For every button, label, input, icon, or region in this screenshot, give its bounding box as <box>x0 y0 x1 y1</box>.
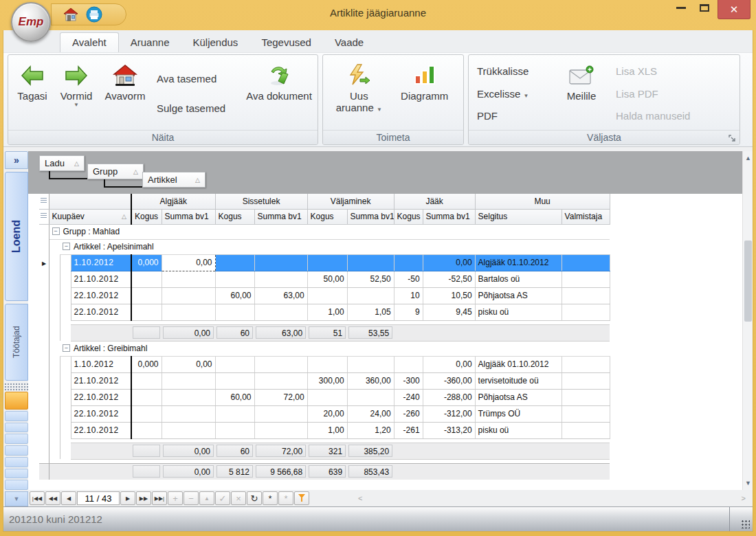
cell-s2[interactable]: 63,00 <box>254 287 307 304</box>
cell-s2[interactable] <box>254 271 307 287</box>
cell-s3[interactable]: 360,00 <box>347 372 394 389</box>
vormid-button[interactable]: Vormid ▼ <box>54 57 99 130</box>
ava-tasemed-button[interactable]: Ava tasemed <box>151 70 246 87</box>
group-row-artikkel[interactable]: −Artikkel : Greibimahl <box>39 341 610 356</box>
cell-k2[interactable] <box>215 405 254 422</box>
cell-k3[interactable]: 1,00 <box>307 422 347 438</box>
cell-k4[interactable]: 9 <box>394 304 423 320</box>
cell-s4[interactable]: 0,00 <box>423 254 475 271</box>
cell-s3[interactable] <box>347 254 394 271</box>
grid-data-row[interactable]: 21.10.2012300,00360,00-300-360,00tervise… <box>39 372 610 389</box>
cell-k2[interactable]: 60,00 <box>215 287 254 304</box>
column-header-kogus[interactable]: Kogus <box>307 209 347 224</box>
grid-data-row[interactable]: 1.10.20120,0000,000,00Algjääk 01.10.2012 <box>39 356 610 372</box>
grid-data-row[interactable]: ▶1.10.20120,0000,000,00Algjääk 01.10.201… <box>39 254 610 271</box>
cell-kuupaev[interactable]: 21.10.2012 <box>71 372 131 389</box>
cell-kuupaev[interactable]: 22.10.2012 <box>71 422 131 438</box>
dialog-launcher-icon[interactable] <box>728 133 737 142</box>
band-header[interactable]: Jääk <box>394 194 475 209</box>
cell-s1[interactable] <box>162 287 215 304</box>
cell-s3[interactable] <box>347 287 394 304</box>
uus-aruanne-button[interactable]: Uusaruanne ▼ <box>329 57 388 130</box>
sulge-tasemed-button[interactable]: Sulge tasemed <box>151 100 246 117</box>
grid-data-row[interactable]: 21.10.201250,0052,50-50-52,50Bartalos oü <box>39 271 610 287</box>
column-header-summa[interactable]: Summa bv1 <box>162 209 215 224</box>
nav-filter[interactable] <box>294 491 309 505</box>
scroll-right-icon[interactable]: > <box>742 494 746 502</box>
cell-k3[interactable] <box>307 389 347 405</box>
column-header-summa[interactable]: Summa bv1 <box>423 209 475 224</box>
cell-s1[interactable] <box>162 389 215 405</box>
column-header-kuupaev[interactable]: Kuupäev△ <box>49 209 131 224</box>
cell-sel[interactable]: tervisetoitude oü <box>475 372 562 389</box>
scroll-left-icon[interactable]: < <box>358 494 362 502</box>
cell-s4[interactable]: -312,00 <box>423 405 475 422</box>
cell-k3[interactable]: 50,00 <box>307 271 347 287</box>
groupby-artikkel[interactable]: Artikkel△ <box>142 172 205 188</box>
nav-next-page[interactable]: ▶▶ <box>136 491 151 505</box>
cell-k2[interactable] <box>215 254 254 271</box>
cell-sel[interactable]: Algjääk 01.10.2012 <box>475 254 562 271</box>
cell-s4[interactable]: -360,00 <box>423 372 475 389</box>
cell-kuupaev[interactable]: 22.10.2012 <box>71 405 131 422</box>
cell-s1[interactable]: 0,00 <box>162 356 215 372</box>
cell-s2[interactable] <box>254 356 307 372</box>
cell-s1[interactable] <box>162 372 215 389</box>
close-button[interactable]: ✕ <box>718 0 751 19</box>
cell-s3[interactable]: 1,20 <box>347 422 394 438</box>
pdf-button[interactable]: PDF <box>471 107 553 124</box>
cell-s4[interactable]: -52,50 <box>423 271 475 287</box>
collapse-icon[interactable]: − <box>63 243 70 250</box>
cell-s3[interactable]: 24,00 <box>347 405 394 422</box>
cell-k1[interactable] <box>131 405 162 422</box>
cell-k1[interactable] <box>131 422 162 438</box>
cell-s3[interactable]: 1,05 <box>347 304 394 320</box>
column-header-summa[interactable]: Summa bv1 <box>254 209 307 224</box>
band-header[interactable]: Väljaminek <box>307 194 394 209</box>
cell-k4[interactable]: -50 <box>394 271 423 287</box>
ava-dokument-button[interactable]: Ava dokument <box>246 57 312 130</box>
grid-data-row[interactable]: 22.10.201220,0024,00-260-312,00Trümps OÜ <box>39 405 610 422</box>
cell-k1[interactable] <box>131 389 162 405</box>
grid-data-row[interactable]: 22.10.20121,001,0599,45pisku oü <box>39 304 610 320</box>
cell-k2[interactable] <box>215 304 254 320</box>
nav-next[interactable]: ▶ <box>120 491 135 505</box>
groupby-grupp[interactable]: Grupp△ <box>87 164 144 179</box>
application-menu-button[interactable]: Emp <box>11 2 51 42</box>
resize-grip[interactable] <box>729 507 753 531</box>
cell-sel[interactable]: Põhjaotsa AS <box>475 389 562 405</box>
cell-sel[interactable]: Bartalos oü <box>475 271 562 287</box>
cell-sel[interactable]: pisku oü <box>475 304 562 320</box>
cell-s3[interactable] <box>347 356 394 372</box>
cell-kuupaev[interactable]: 1.10.2012 <box>71 254 131 271</box>
cell-k2[interactable]: 60,00 <box>215 389 254 405</box>
tab-loend[interactable]: Loend <box>5 172 28 301</box>
column-header-valmistaja[interactable]: Valmistaja <box>562 209 610 224</box>
panel-expand-button[interactable]: » <box>5 151 28 169</box>
column-header-kogus[interactable]: Kogus <box>215 209 254 224</box>
grid-data-row[interactable]: 22.10.201260,0063,001010,50Põhjaotsa AS <box>39 287 610 304</box>
group-row-artikkel[interactable]: −Artikkel : Apelsinimahl <box>39 239 610 254</box>
cell-k3[interactable] <box>307 356 347 372</box>
collapse-icon[interactable]: − <box>52 227 60 235</box>
cell-k4[interactable]: -300 <box>394 372 423 389</box>
cell-k4[interactable]: 10 <box>394 287 423 304</box>
panel-segment[interactable] <box>5 469 28 479</box>
cell-s4[interactable]: 9,45 <box>423 304 475 320</box>
cell-val[interactable] <box>562 254 610 271</box>
column-header-selgitus[interactable]: Selgitus <box>475 209 562 224</box>
cell-k1[interactable]: 0,000 <box>131 356 162 372</box>
cell-k1[interactable] <box>131 287 162 304</box>
tab-kuljendus[interactable]: Küljendus <box>181 33 249 52</box>
cell-s2[interactable] <box>254 405 307 422</box>
cell-sel[interactable]: Põhjaotsa AS <box>475 287 562 304</box>
cell-k4[interactable]: -261 <box>394 422 423 438</box>
cell-val[interactable] <box>562 389 610 405</box>
tab-avaleht[interactable]: Avaleht <box>60 32 119 52</box>
column-header-summa[interactable]: Summa bv1 <box>347 209 394 224</box>
nav-refresh[interactable]: ↻ <box>247 491 262 505</box>
cell-k3[interactable] <box>307 287 347 304</box>
band-header[interactable]: Algjääk <box>131 194 215 209</box>
cell-k1[interactable] <box>131 304 162 320</box>
cell-s1[interactable]: 0,00 <box>162 254 215 271</box>
